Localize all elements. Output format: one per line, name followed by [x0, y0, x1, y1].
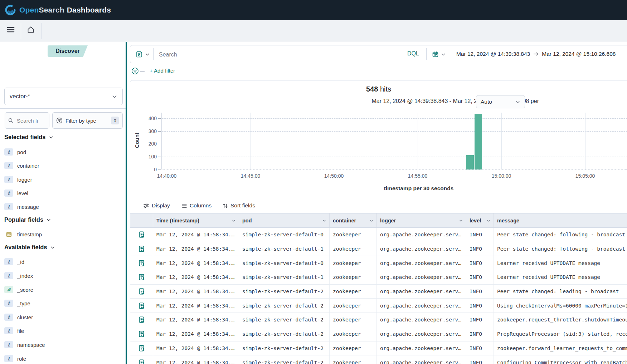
y-axis-line — [161, 113, 162, 169]
cell-message: Learner received UPTODATE message — [494, 270, 627, 284]
cell-time: Mar 12, 2024 @ 14:58:34.… — [153, 341, 239, 355]
interval-select[interactable]: Auto — [476, 95, 525, 108]
cell-container: zookeeper — [330, 270, 377, 284]
hits-number: 548 — [366, 85, 378, 93]
chevron-down-icon — [515, 99, 520, 104]
filter-dash — [140, 71, 145, 72]
field-item-container[interactable]: tcontainer — [4, 162, 39, 169]
cell-container: zookeeper — [330, 242, 377, 256]
cell-pod: simple-zk-server-default-1 — [239, 242, 330, 256]
expand-document-icon[interactable] — [130, 355, 153, 364]
field-item-type[interactable]: t_type — [4, 300, 30, 307]
chevron-down-icon — [486, 218, 491, 223]
cell-message: zookeeper.forward_learner_requests_to_co… — [494, 341, 627, 355]
expand-document-icon[interactable] — [130, 313, 153, 327]
app-title: OpenSearchDashboards — [19, 6, 111, 14]
date-range-end[interactable]: Mar 12, 2024 @ 15:10:26.608 — [542, 51, 616, 57]
field-item-index[interactable]: t_index — [4, 272, 33, 279]
cell-logger: org.apache.zookeeper.serv… — [377, 341, 466, 355]
divider — [0, 108, 127, 109]
histogram-bar[interactable] — [466, 155, 474, 169]
breadcrumb[interactable]: Discover — [48, 45, 88, 57]
list-icon — [181, 203, 187, 209]
menu-icon[interactable] — [6, 25, 15, 34]
home-icon[interactable] — [26, 25, 35, 34]
filter-count-badge: 0 — [111, 117, 119, 124]
cell-logger: org.apache.zookeeper.serv… — [377, 270, 466, 284]
chevron-down-icon[interactable] — [441, 52, 446, 57]
chevron-down-icon — [49, 135, 54, 140]
x-tick-label: 14:50:00 — [318, 173, 350, 179]
chevron-down-icon — [322, 218, 326, 223]
popular-fields-heading[interactable]: Popular fields — [4, 216, 51, 223]
field-item-file[interactable]: tfile — [4, 327, 24, 334]
cell-level: INFO — [466, 313, 494, 327]
query-bar: DQL Mar 12, 2024 @ 14:39:38.843 Mar 12, … — [130, 45, 627, 63]
expand-document-icon[interactable] — [130, 228, 153, 242]
header-level[interactable]: level — [466, 213, 494, 227]
field-search-box[interactable] — [5, 112, 49, 129]
table-header-row: Time (timestamp) pod container logger le… — [130, 213, 627, 228]
field-item-message[interactable]: tmessage — [4, 203, 39, 210]
header-message[interactable]: message — [494, 213, 627, 227]
filter-by-type-button[interactable]: Filter by type 0 — [52, 112, 123, 129]
search-input[interactable] — [158, 45, 396, 64]
cell-level: INFO — [466, 256, 494, 270]
string-type-icon: t — [4, 148, 13, 156]
header-container[interactable]: container — [330, 213, 377, 227]
expand-document-icon[interactable] — [130, 341, 153, 355]
field-item-cluster[interactable]: tcluster — [4, 314, 33, 321]
string-type-icon: t — [4, 176, 13, 183]
expand-document-icon[interactable] — [130, 256, 153, 270]
display-button[interactable]: Display — [143, 202, 170, 209]
available-fields-heading[interactable]: Available fields — [4, 244, 55, 251]
cell-message: Peer state changed: following - broadcas… — [494, 242, 627, 256]
gridline — [334, 113, 334, 169]
cell-logger: org.apache.zookeeper.serv… — [377, 355, 466, 364]
header-pod[interactable]: pod — [239, 213, 330, 227]
add-filter-button[interactable]: + Add filter — [150, 68, 175, 74]
expand-document-icon[interactable] — [130, 285, 153, 299]
nav-bar: Discover Use legacy Discover New Save Op… — [0, 20, 627, 42]
x-tick-label: 14:40:00 — [151, 173, 183, 179]
opensearch-logo: OpenSearchDashboards — [5, 5, 111, 15]
chevron-down-icon — [112, 94, 117, 99]
gridline — [418, 113, 418, 169]
cell-message: zookeeper.request_throttler.shutdownTime… — [494, 313, 627, 327]
x-tick-label: 14:55:00 — [402, 173, 434, 179]
field-item-id[interactable]: t_id — [4, 258, 24, 265]
sort-fields-button[interactable]: Sort fields — [223, 202, 255, 209]
chevron-down-icon[interactable] — [145, 52, 150, 57]
field-item-logger[interactable]: tlogger — [4, 176, 32, 183]
filter-menu-icon[interactable] — [131, 67, 139, 75]
divider — [21, 23, 21, 39]
date-range-start[interactable]: Mar 12, 2024 @ 14:39:38.843 — [456, 51, 530, 57]
cell-container: zookeeper — [330, 228, 377, 242]
sidebar-resize-handle[interactable] — [126, 42, 127, 364]
cell-time: Mar 12, 2024 @ 14:58:34.… — [153, 256, 239, 270]
calendar-icon[interactable] — [432, 51, 439, 58]
field-item-score[interactable]: #_score — [4, 286, 33, 293]
selected-fields-heading[interactable]: Selected fields — [4, 134, 54, 141]
header-time[interactable]: Time (timestamp) — [153, 213, 239, 227]
expand-document-icon[interactable] — [130, 327, 153, 341]
field-item-pod[interactable]: tpod — [4, 148, 26, 156]
save-query-icon[interactable] — [136, 51, 143, 58]
expand-document-icon[interactable] — [130, 270, 153, 284]
expand-document-icon[interactable] — [130, 242, 153, 256]
table-row: Mar 12, 2024 @ 14:58:34.… simple-zk-serv… — [130, 242, 627, 256]
field-item-level[interactable]: tlevel — [4, 190, 28, 197]
index-pattern-value: vector-* — [10, 93, 30, 100]
field-item-role[interactable]: trole — [4, 355, 26, 362]
histogram-bar[interactable] — [475, 114, 482, 169]
columns-button[interactable]: Columns — [181, 202, 212, 209]
index-pattern-select[interactable]: vector-* — [4, 88, 123, 105]
field-item-namespace[interactable]: tnamespace — [4, 341, 45, 348]
expand-document-icon[interactable] — [130, 299, 153, 313]
field-item-timestamp[interactable]: timestamp — [4, 231, 42, 238]
header-logger[interactable]: logger — [377, 213, 466, 227]
string-type-icon: t — [4, 190, 13, 197]
query-language-button[interactable]: DQL — [407, 50, 419, 57]
interval-value: Auto — [481, 99, 492, 105]
field-search-input[interactable] — [16, 117, 46, 124]
